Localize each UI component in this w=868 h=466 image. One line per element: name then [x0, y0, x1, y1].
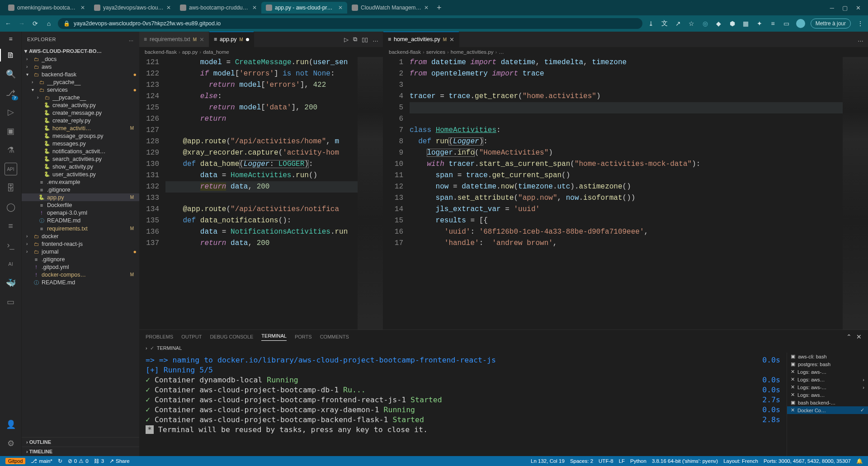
back-icon[interactable]: ← — [4, 20, 13, 27]
indent-indicator[interactable]: Spaces: 2 — [567, 458, 596, 464]
problems-indicator[interactable]: ⊘ 0 ⚠ 0 — [65, 458, 91, 464]
language-indicator[interactable]: Python — [627, 458, 649, 464]
file-item[interactable]: ! docker-compos… M — [22, 271, 139, 278]
eol-indicator[interactable]: LF — [616, 458, 627, 464]
extensions-ide-icon[interactable]: ▣ — [5, 125, 17, 137]
editor-tab[interactable]: ≡ app.py M — [209, 32, 254, 47]
file-item[interactable]: ≡ .gitignore — [22, 255, 139, 263]
update-button[interactable]: Mettre à jour — [811, 19, 851, 28]
profile-icon[interactable] — [796, 19, 805, 28]
url-field[interactable]: 🔒 yaya2devops-awscloudpro-0vs7hkpz2fw.ws… — [58, 18, 642, 29]
ai-icon[interactable]: AI — [5, 258, 17, 270]
hamburger-icon[interactable]: ≡ — [6, 35, 15, 42]
testing-icon[interactable]: ⚗ — [5, 144, 17, 156]
file-item[interactable]: 🐍 search_activities.py — [22, 155, 139, 163]
docker-icon[interactable]: 🐳 — [5, 277, 17, 289]
file-item[interactable]: 🐍 messages.py — [22, 140, 139, 147]
more-tabs-icon[interactable]: … — [858, 36, 863, 43]
menu-icon[interactable]: ⋮ — [856, 20, 864, 27]
file-item[interactable]: ≡ .gitignore — [22, 186, 139, 193]
folder-item[interactable]: ▾🗀 backend-flask ● — [22, 71, 139, 78]
window-maximize-icon[interactable]: ▢ — [842, 5, 848, 11]
close-icon[interactable]: ✕ — [199, 36, 204, 43]
folder-item[interactable]: ›🗀 __pycache__ — [22, 94, 139, 101]
close-icon[interactable]: ✕ — [166, 5, 171, 11]
gitpod-badge[interactable]: Gitpod — [5, 458, 25, 464]
close-icon[interactable]: ✕ — [338, 5, 343, 11]
reading-list-icon[interactable]: ≡ — [769, 20, 777, 27]
breadcrumb-segment[interactable]: app.py — [182, 49, 198, 55]
bookmark-icon[interactable]: ☆ — [688, 20, 696, 27]
folder-item[interactable]: ▾🗀 services ● — [22, 86, 139, 94]
more-tabs-icon[interactable]: … — [373, 36, 378, 43]
panel-tab[interactable]: TERMINAL — [261, 333, 287, 341]
layout-indicator[interactable]: Layout: French — [721, 458, 761, 464]
browser-tab[interactable]: app.py - aws-cloud-project-boo… ✕ — [261, 2, 347, 14]
explorer-icon[interactable]: 🗎 — [5, 49, 17, 61]
database-icon[interactable]: 🗄 — [5, 182, 17, 194]
sync-button[interactable]: ↻ — [55, 458, 65, 464]
close-icon[interactable]: ✕ — [252, 5, 257, 11]
terminal-item[interactable]: ✕ Logs: aws… › — [787, 376, 868, 383]
breadcrumb-segment[interactable]: backend-flask — [389, 49, 421, 55]
search-icon[interactable]: 🔍 — [5, 68, 17, 80]
run-debug-icon[interactable]: ▷ — [5, 106, 17, 118]
breadcrumb-right[interactable]: backend-flask › services › home_activiti… — [383, 47, 868, 57]
folder-item[interactable]: ›🗀 docker — [22, 232, 139, 240]
terminal-item[interactable]: ▣ bash backend-… — [787, 399, 868, 406]
home-icon[interactable]: ⌂ — [44, 20, 53, 27]
reload-icon[interactable]: ⟳ — [31, 20, 40, 27]
encoding-indicator[interactable]: UTF-8 — [596, 458, 616, 464]
share-button[interactable]: ↗ Share — [107, 458, 132, 464]
terminal-item[interactable]: ✕ Logs: aws… — [787, 391, 868, 399]
file-item[interactable]: 🐍 user_activities.py — [22, 170, 139, 178]
ext2-icon[interactable]: ◆ — [715, 20, 723, 27]
file-item[interactable]: 🐍 home_activiti… M — [22, 124, 139, 132]
panel-tab[interactable]: COMMENTS — [320, 334, 349, 339]
extensions-icon[interactable]: ✦ — [755, 20, 764, 27]
breadcrumb-segment[interactable]: home_activities.py — [451, 49, 494, 55]
output-icon[interactable]: ▭ — [5, 296, 17, 308]
breadcrumb-segment[interactable]: data_home — [203, 49, 229, 55]
stack-icon[interactable]: ≡ — [5, 220, 17, 232]
file-item[interactable]: ⓘ README.md — [22, 278, 139, 287]
panel-tab[interactable]: PROBLEMS — [146, 334, 173, 339]
interpreter-indicator[interactable]: 3.8.16 64-bit ('shims': pyenv) — [649, 458, 721, 464]
notifications-icon[interactable]: 🔔 — [854, 458, 865, 464]
file-item[interactable]: 🐍 create_activity.py — [22, 101, 139, 109]
file-item[interactable]: 🐍 notifications_activit… — [22, 147, 139, 155]
panel-tab[interactable]: DEBUG CONSOLE — [210, 334, 253, 339]
breadcrumb-segment[interactable]: backend-flask — [145, 49, 177, 55]
file-item[interactable]: ! openapi-3.0.yml — [22, 209, 139, 217]
accounts-icon[interactable]: 👤 — [5, 418, 17, 431]
file-item[interactable]: 🐍 message_groups.py — [22, 132, 139, 140]
outline-section[interactable]: › OUTLINE — [22, 437, 139, 447]
timeline-section[interactable]: › TIMELINE — [22, 447, 139, 456]
panel-tab[interactable]: PORTS — [295, 334, 312, 339]
folder-item[interactable]: ›🗀 journal ● — [22, 248, 139, 255]
run-icon[interactable]: ▷ — [344, 36, 349, 43]
new-tab-button[interactable]: + — [433, 1, 445, 14]
ext4-icon[interactable]: ▦ — [742, 20, 750, 27]
breadcrumb-left[interactable]: backend-flask › app.py › data_home — [139, 47, 383, 57]
file-item[interactable]: ≡ .env.example — [22, 178, 139, 186]
ports-count[interactable]: ⛓ 3 — [91, 458, 107, 464]
translate-icon[interactable]: 文 — [660, 19, 669, 28]
settings-icon[interactable]: ⚙ — [5, 437, 17, 450]
cursor-position[interactable]: Ln 132, Col 19 — [528, 458, 567, 464]
browser-tab[interactable]: yaya2devops/aws-cloud-project… ✕ — [90, 2, 175, 14]
browser-tab[interactable]: CloudWatch Management Cons… ✕ — [347, 2, 433, 14]
share-icon[interactable]: ↗ — [674, 20, 682, 27]
editor-tab[interactable]: ≡ home_activities.py M ✕ — [383, 32, 459, 47]
window-close-icon[interactable]: ✕ — [856, 5, 861, 11]
explorer-more-icon[interactable]: … — [129, 37, 134, 42]
diff-icon[interactable]: ▯▯ — [362, 36, 368, 43]
close-icon[interactable]: ✕ — [80, 5, 85, 11]
window-minimize-icon[interactable]: ─ — [830, 5, 834, 11]
file-item[interactable]: ≡ requirements.txt M — [22, 225, 139, 232]
branch-indicator[interactable]: ⎇ main* — [28, 458, 55, 464]
ext1-icon[interactable]: ◎ — [701, 20, 709, 27]
browser-tab[interactable]: aws-bootcamp-cruddur-2023/w… ✕ — [175, 2, 261, 14]
minimap-right[interactable] — [843, 57, 868, 329]
sidepanel-icon[interactable]: ▭ — [783, 20, 791, 27]
